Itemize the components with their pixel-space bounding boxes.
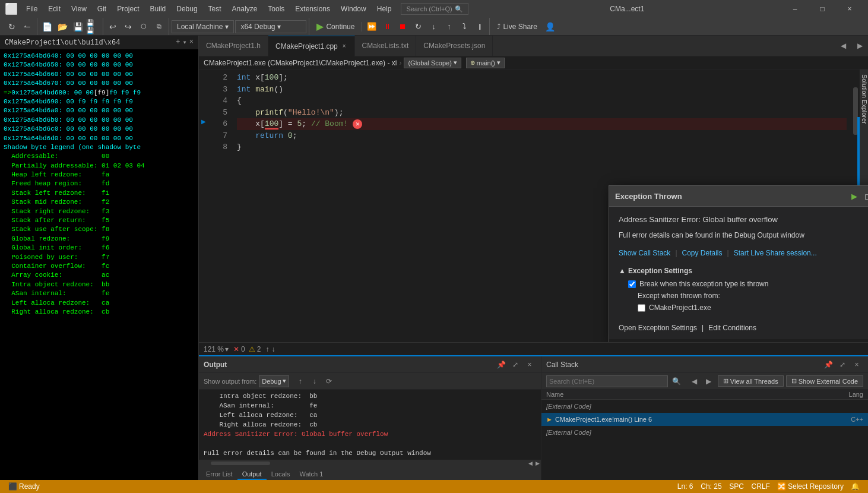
menu-tools[interactable]: Tools (263, 2, 289, 15)
callstack-search-icon[interactable]: 🔍 (670, 375, 683, 388)
menu-file[interactable]: File (21, 2, 42, 15)
callstack-forward-button[interactable]: ▶ (702, 375, 715, 388)
terminal-tab-title[interactable]: CMakeProject1\out\build\x64 (5, 39, 120, 47)
step-into-button[interactable]: ↓ (426, 20, 441, 34)
maximize-button[interactable]: □ (809, 0, 836, 18)
step-out-button[interactable]: ↑ (442, 20, 456, 34)
callstack-search-box[interactable] (546, 375, 668, 387)
output-wrap-button[interactable]: ⟳ (322, 375, 335, 388)
exception-restore-button[interactable]: ◻ (861, 189, 868, 203)
output-scroll-up-button[interactable]: ↑ (294, 375, 307, 388)
new-file-button[interactable]: 📄 (40, 20, 54, 34)
copy-button[interactable]: ⧉ (152, 20, 166, 34)
callstack-float-button[interactable]: ⤢ (836, 358, 849, 371)
forward-button[interactable]: ↼ (20, 20, 34, 34)
output-scrollbar-thumb[interactable] (211, 462, 270, 465)
exception-run-button[interactable]: ▶ (848, 189, 861, 203)
callstack-row-external-2[interactable]: [External Code] (541, 426, 868, 439)
output-float-button[interactable]: ⤢ (509, 358, 522, 371)
pause-button[interactable]: ⏸ (380, 20, 394, 34)
scroll-up-button[interactable]: ↑ (265, 345, 269, 353)
menu-test[interactable]: Test (204, 2, 226, 15)
open-exception-settings-link[interactable]: Open Exception Settings (619, 324, 697, 332)
ready-status[interactable]: ⬛ Ready (5, 480, 43, 493)
callstack-close-button[interactable]: × (850, 358, 863, 371)
minimize-button[interactable]: – (781, 0, 809, 18)
live-share-button[interactable]: ⤴ Live Share (492, 21, 541, 32)
save-button[interactable]: 💾 (71, 20, 85, 34)
redo-button[interactable]: ↪ (121, 20, 135, 34)
step-over-button[interactable]: ⏩ (365, 20, 379, 34)
output-tab[interactable]: Output (237, 469, 267, 480)
tab-cmakeproject1h[interactable]: CMakeProject1.h (199, 36, 268, 56)
error-badge-icon[interactable]: ✕ (353, 119, 362, 129)
back-button[interactable]: ↻ (5, 20, 19, 34)
terminal-chevron-button[interactable]: ▾ (183, 38, 187, 47)
warning-indicator[interactable]: ⚠ 2 (249, 345, 261, 353)
line-col-status[interactable]: Ln: 6 Ch: 25 SPC CRLF (674, 480, 774, 493)
continue-button[interactable]: ▶ Continue (312, 20, 359, 33)
menu-window[interactable]: Window (336, 2, 371, 15)
output-scrollbar-track[interactable]: ◀ ▶ (199, 460, 541, 467)
close-button[interactable]: × (836, 0, 863, 18)
menu-edit[interactable]: Edit (43, 2, 65, 15)
tab-cmakelists[interactable]: CMakeLists.txt (355, 36, 417, 56)
callstack-row-external-1[interactable]: [External Code] (541, 400, 868, 413)
start-live-share-link[interactable]: Start Live Share session... (734, 249, 817, 257)
restart-button[interactable]: ↻ (411, 20, 425, 34)
tab-scroll-left-button[interactable]: ◀ (835, 37, 851, 54)
performance-button[interactable]: ⫿ (473, 20, 487, 34)
tab-cmakepresets[interactable]: CMakePresets.json (416, 36, 493, 56)
x64-debug-dropdown[interactable]: x64 Debug ▾ (235, 20, 306, 33)
output-scroll-down-button[interactable]: ↓ (308, 375, 321, 388)
show-next-button[interactable]: ⤵ (457, 20, 471, 34)
menu-view[interactable]: View (66, 2, 91, 15)
output-source-dropdown[interactable]: Debug ▾ (259, 375, 289, 387)
menu-extensions[interactable]: Extensions (290, 2, 335, 15)
locals-tab[interactable]: Locals (267, 469, 295, 480)
notification-status[interactable]: 🔔 (847, 480, 863, 493)
menu-git[interactable]: Git (93, 2, 111, 15)
tab-close-icon[interactable]: × (341, 42, 347, 50)
undo-button[interactable]: ↩ (106, 20, 120, 34)
menu-project[interactable]: Project (112, 2, 144, 15)
callstack-search-input[interactable] (549, 378, 665, 385)
extra-button[interactable]: ⬡ (137, 20, 151, 34)
output-close-button[interactable]: × (523, 358, 536, 371)
menu-analyze[interactable]: Analyze (227, 2, 262, 15)
select-repo-status[interactable]: 🔀 Select Repository (774, 480, 847, 493)
scroll-right-button[interactable]: ▶ (534, 460, 541, 467)
callstack-pin-button[interactable]: 📌 (822, 358, 835, 371)
show-external-code-button[interactable]: ⊟ Show External Code (786, 375, 863, 387)
fn-selector[interactable]: ⊕ main() ▾ (466, 58, 505, 68)
copy-details-link[interactable]: Copy Details (682, 249, 723, 257)
scroll-left-button[interactable]: ◀ (527, 460, 534, 467)
view-all-threads-button[interactable]: ⊞ View all Threads (718, 375, 784, 387)
zoom-button[interactable]: 121 % ▾ (204, 345, 229, 353)
scroll-down-button[interactable]: ↓ (271, 345, 275, 353)
output-pin-button[interactable]: 📌 (495, 358, 508, 371)
profile-button[interactable]: 👤 (543, 20, 557, 34)
open-file-button[interactable]: 📂 (55, 20, 69, 34)
menu-help[interactable]: Help (372, 2, 397, 15)
solution-explorer-tab[interactable]: Solution Explorer (860, 69, 869, 129)
watch1-tab[interactable]: Watch 1 (294, 469, 328, 480)
menu-build[interactable]: Build (145, 2, 171, 15)
terminal-close-button[interactable]: × (189, 38, 194, 47)
edit-conditions-link[interactable]: Edit Conditions (708, 324, 756, 332)
show-call-stack-link[interactable]: Show Call Stack (619, 249, 670, 257)
error-list-tab[interactable]: Error List (201, 469, 237, 480)
breadcrumb-exe[interactable]: CMakeProject1.exe (CMakeProject1\CMakePr… (204, 59, 397, 67)
break-when-thrown-checkbox[interactable] (628, 280, 636, 288)
cmake-project-checkbox[interactable] (638, 304, 645, 312)
tab-scroll-right-button[interactable]: ▶ (851, 37, 868, 54)
tab-cmakeproject1cpp[interactable]: CMakeProject1.cpp × (268, 36, 355, 56)
callstack-back-button[interactable]: ◀ (688, 375, 701, 388)
terminal-add-button[interactable]: + (176, 38, 180, 47)
scope-selector[interactable]: (Global Scope) ▾ (404, 58, 461, 68)
local-machine-dropdown[interactable]: Local Machine ▾ (172, 20, 234, 33)
callstack-row-main[interactable]: ► CMakeProject1.exe!main() Line 6 C++ (541, 413, 868, 426)
stop-button[interactable]: ⏹ (395, 20, 410, 34)
error-indicator[interactable]: ✕ 0 (233, 345, 245, 353)
menu-debug[interactable]: Debug (172, 2, 202, 15)
